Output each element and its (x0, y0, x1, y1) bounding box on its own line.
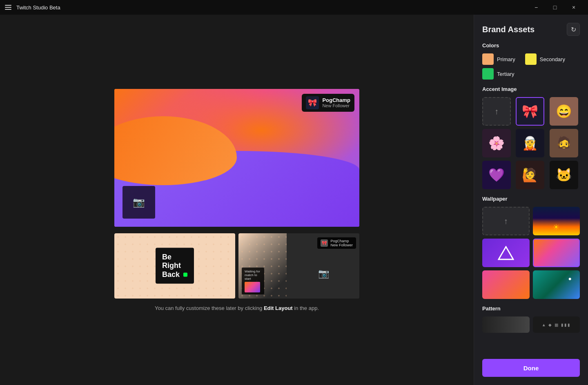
colors-row-2: Tertiary (482, 68, 580, 80)
secondary-color-item[interactable]: Secondary (525, 53, 565, 65)
wallpaper-gradient[interactable] (533, 239, 580, 267)
wallpaper-teal[interactable] (533, 270, 580, 299)
wallpaper-label: Wallpaper (482, 196, 580, 202)
notification-text: PogChamp New Follower (322, 97, 350, 108)
mini-overlay-image (245, 282, 260, 292)
accent-cell-5[interactable]: 🧔 (550, 129, 578, 157)
accent-emoji-4: 🧝 (522, 135, 538, 151)
wallpaper-grid: ↑ (482, 207, 580, 299)
pattern-cell-2[interactable]: ▲ ◆ ▦ ▮▮▮ (533, 316, 580, 333)
refresh-button[interactable]: ↻ (567, 23, 580, 36)
accent-emoji-3: 🌸 (488, 135, 505, 151)
customize-hint: You can fully customize these later by c… (155, 305, 319, 311)
accent-emoji-7: 🙋 (522, 167, 538, 183)
close-button[interactable]: × (564, 0, 583, 15)
accent-cell-8[interactable]: 🐱 (550, 161, 578, 189)
tertiary-color-item[interactable]: Tertiary (482, 68, 514, 80)
wallpaper-sunset[interactable] (533, 207, 580, 235)
mini-sub: New Follower (330, 243, 353, 247)
primary-swatch (482, 53, 494, 65)
colors-label: Colors (482, 42, 580, 49)
customize-text-part2: in the app. (294, 305, 319, 311)
secondary-swatch (525, 53, 537, 65)
main-preview-card: 🎀 PogChamp New Follower 📷 (114, 89, 359, 227)
accent-cell-1[interactable]: 🎀 (516, 97, 544, 126)
edit-layout-bold: Edit Layout (264, 305, 293, 311)
minimize-button[interactable]: − (527, 0, 546, 15)
notification-subtitle: New Follower (322, 103, 350, 108)
accent-upload-cell[interactable]: ↑ (482, 97, 511, 126)
triangle-icon (498, 246, 514, 260)
done-button[interactable]: Done (482, 359, 580, 377)
accent-emoji-8: 🐱 (556, 167, 572, 183)
brb-line-1: BeRightBack (162, 252, 181, 278)
wallpaper-triangle[interactable] (482, 239, 530, 267)
accent-emoji-5: 🧔 (556, 135, 572, 151)
app-title: Twitch Studio Beta (16, 4, 60, 11)
brb-preview-card: BeRightBack (114, 233, 235, 299)
accent-cell-7[interactable]: 🙋 (516, 161, 544, 189)
wallpaper-pink[interactable] (482, 270, 530, 299)
pattern-cell-1[interactable] (482, 316, 530, 333)
accent-cell-3[interactable]: 🌸 (482, 129, 511, 157)
accent-emoji-6: 💜 (488, 167, 505, 183)
menu-icon[interactable] (5, 5, 11, 10)
wallpaper-section: Wallpaper ↑ (474, 196, 588, 305)
pattern-symbols-text: ▲ ◆ ▦ ▮▮▮ (542, 323, 571, 327)
accent-emoji-1: 🎀 (522, 104, 538, 119)
main-content: 🎀 PogChamp New Follower 📷 BeRightBack (0, 15, 588, 385)
pattern-section: Pattern ▲ ◆ ▦ ▮▮▮ (474, 305, 588, 339)
mini-camera-icon: 📷 (318, 268, 329, 279)
accent-emoji-2: 😄 (556, 104, 572, 119)
notification-username: PogChamp (322, 97, 350, 103)
primary-color-item[interactable]: Primary (482, 53, 515, 65)
camera-icon: 📷 (133, 197, 145, 208)
titlebar-left: Twitch Studio Beta (5, 4, 60, 11)
brb-dot (183, 272, 187, 277)
accent-cell-2[interactable]: 😄 (550, 97, 578, 126)
mini-notification-text: PogChamp New Follower (330, 239, 353, 247)
customize-text-part1: You can fully customize these later by c… (155, 305, 264, 311)
accent-cell-6[interactable]: 💜 (482, 161, 511, 189)
maximize-button[interactable]: □ (546, 0, 564, 15)
accent-images-grid: ↑ 🎀 😄 🌸 🧝 � (482, 97, 580, 189)
accent-image-label: Accent Image (482, 86, 580, 92)
tertiary-swatch (482, 68, 494, 80)
wallpaper-upload-icon: ↑ (504, 217, 508, 226)
bottom-previews: BeRightBack 🎀 PogChamp New Follower � (114, 233, 359, 299)
waiting-preview-card: 🎀 PogChamp New Follower 📷 Waiting for ma… (238, 233, 359, 299)
upload-icon: ↑ (494, 107, 499, 116)
mini-overlay-card: Waiting for match to start (242, 268, 264, 294)
colors-section: Colors Primary Secondary Tertiary (474, 42, 588, 86)
waiting-text: Waiting for match to start (245, 270, 261, 281)
wallpaper-upload-cell[interactable]: ↑ (482, 207, 530, 235)
primary-label: Primary (497, 56, 515, 62)
pattern-label: Pattern (482, 305, 580, 312)
panel-header: Brand Assets ↻ (474, 15, 588, 42)
colors-grid: Primary Secondary Tertiary (482, 53, 580, 80)
colors-row-1: Primary Secondary (482, 53, 580, 65)
mini-name: PogChamp (330, 239, 353, 243)
window-controls: − □ × (527, 0, 583, 15)
brb-text-box: BeRightBack (156, 248, 194, 284)
camera-placeholder: 📷 (122, 186, 155, 219)
avatar-image: 🎀 (306, 96, 319, 109)
accent-image-section: Accent Image ↑ 🎀 😄 🌸 (474, 86, 588, 196)
mini-avatar: 🎀 (321, 239, 328, 247)
pattern-grid: ▲ ◆ ▦ ▮▮▮ (482, 316, 580, 333)
titlebar: Twitch Studio Beta − □ × (0, 0, 588, 15)
done-button-wrapper: Done (474, 352, 588, 385)
svg-marker-0 (499, 247, 513, 259)
mini-follower-notification: 🎀 PogChamp New Follower (317, 237, 356, 249)
panel-title: Brand Assets (482, 25, 535, 34)
preview-area: 🎀 PogChamp New Follower 📷 BeRightBack (0, 15, 474, 385)
notification-avatar: 🎀 (306, 96, 319, 109)
follower-notification: 🎀 PogChamp New Follower (302, 94, 354, 112)
secondary-label: Secondary (540, 56, 565, 62)
accent-cell-4[interactable]: 🧝 (516, 129, 544, 157)
tertiary-label: Tertiary (497, 71, 514, 77)
brand-assets-panel: Brand Assets ↻ Colors Primary Secondary (474, 15, 588, 385)
